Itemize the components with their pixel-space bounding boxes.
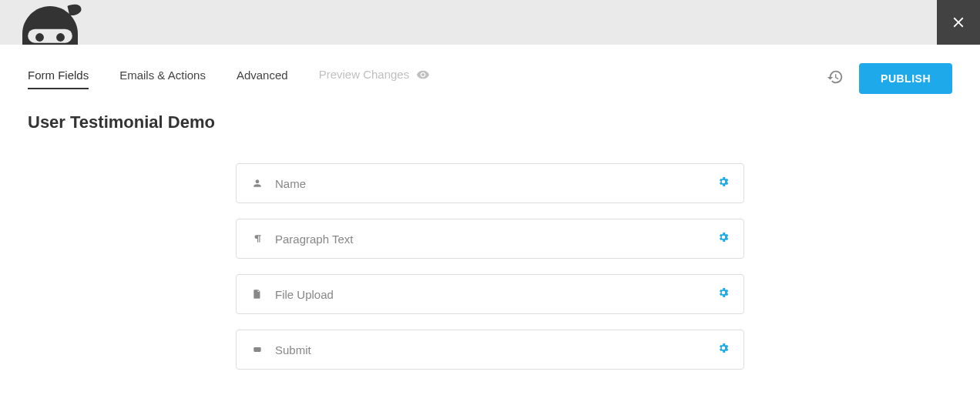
form-title: User Testimonial Demo xyxy=(0,94,980,140)
field-row-paragraph[interactable]: Paragraph Text xyxy=(236,219,744,259)
eye-icon xyxy=(417,69,429,82)
tab-preview-changes: Preview Changes xyxy=(319,68,430,90)
right-actions: PUBLISH xyxy=(827,63,952,94)
publish-label: PUBLISH xyxy=(881,72,931,85)
publish-button[interactable]: PUBLISH xyxy=(859,63,952,94)
gear-icon xyxy=(717,176,730,188)
field-row-submit[interactable]: Submit xyxy=(236,330,744,370)
app-logo xyxy=(15,0,85,45)
svg-point-2 xyxy=(56,33,65,42)
user-icon xyxy=(250,176,264,190)
field-label: Paragraph Text xyxy=(275,233,717,246)
tab-label: Form Fields xyxy=(28,69,89,82)
svg-rect-0 xyxy=(28,29,72,43)
tab-label: Advanced xyxy=(237,69,288,82)
field-row-file-upload[interactable]: File Upload xyxy=(236,274,744,314)
file-icon xyxy=(250,287,264,301)
field-settings-button[interactable] xyxy=(717,286,730,302)
field-label: File Upload xyxy=(275,288,717,301)
svg-rect-3 xyxy=(253,347,260,352)
close-button[interactable] xyxy=(937,0,980,45)
tab-emails-actions[interactable]: Emails & Actions xyxy=(119,69,206,89)
main-content: Form Fields Emails & Actions Advanced Pr… xyxy=(0,45,980,385)
field-row-name[interactable]: Name xyxy=(236,163,744,203)
tabs-bar: Form Fields Emails & Actions Advanced Pr… xyxy=(0,45,980,94)
svg-point-1 xyxy=(35,33,44,42)
field-settings-button[interactable] xyxy=(717,176,730,191)
fields-area: Name Paragraph Text File Upload xyxy=(0,140,980,385)
gear-icon xyxy=(717,342,730,354)
field-settings-button[interactable] xyxy=(717,231,730,246)
history-icon xyxy=(827,69,844,85)
button-icon xyxy=(250,343,264,357)
field-label: Name xyxy=(275,177,717,190)
tab-label: Preview Changes xyxy=(319,68,410,81)
paragraph-icon xyxy=(250,232,264,246)
close-icon xyxy=(950,14,967,31)
tab-advanced[interactable]: Advanced xyxy=(237,69,288,89)
tab-form-fields[interactable]: Form Fields xyxy=(28,69,89,89)
gear-icon xyxy=(717,286,730,299)
tab-label: Emails & Actions xyxy=(119,69,206,82)
field-label: Submit xyxy=(275,343,717,357)
field-settings-button[interactable] xyxy=(717,342,730,357)
topbar xyxy=(0,0,980,45)
gear-icon xyxy=(717,231,730,243)
history-button[interactable] xyxy=(827,69,844,89)
